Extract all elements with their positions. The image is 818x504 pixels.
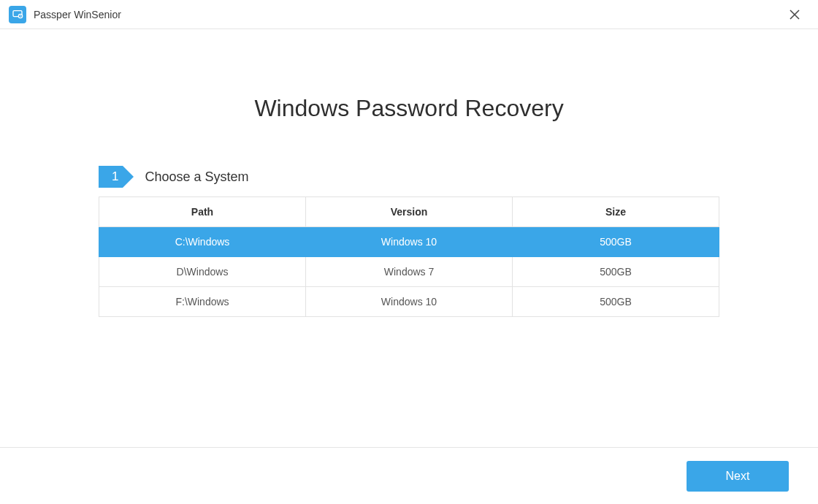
close-button[interactable] (780, 0, 809, 29)
step-label: Choose a System (145, 169, 248, 185)
app-window: Passper WinSenior Windows Password Recov… (0, 0, 818, 504)
cell-version: Windows 10 (306, 227, 513, 257)
titlebar: Passper WinSenior (0, 0, 818, 29)
cell-version: Windows 10 (306, 287, 513, 317)
table-row[interactable]: C:\Windows Windows 10 500GB (99, 227, 719, 257)
app-icon (9, 6, 26, 23)
cell-size: 500GB (513, 287, 719, 317)
cell-path: D\Windows (99, 257, 306, 287)
close-icon (790, 9, 800, 20)
cell-size: 500GB (513, 257, 719, 287)
step-number-badge: 1 (99, 166, 123, 188)
col-header-version: Version (306, 197, 513, 227)
table-header-row: Path Version Size (99, 197, 719, 227)
table-row[interactable]: D\Windows Windows 7 500GB (99, 257, 719, 287)
cell-version: Windows 7 (306, 257, 513, 287)
cell-path: C:\Windows (99, 227, 306, 257)
step-indicator: 1 Choose a System (99, 166, 719, 188)
system-table: Path Version Size C:\Windows Windows 10 … (99, 196, 719, 317)
table-row[interactable]: F:\Windows Windows 10 500GB (99, 287, 719, 317)
next-button[interactable]: Next (687, 461, 789, 492)
cell-size: 500GB (513, 227, 719, 257)
cell-path: F:\Windows (99, 287, 306, 317)
footer-bar: Next (0, 447, 818, 504)
page-title: Windows Password Recovery (29, 95, 789, 122)
col-header-size: Size (513, 197, 719, 227)
main-content: Windows Password Recovery 1 Choose a Sys… (0, 29, 818, 447)
app-title: Passper WinSenior (34, 9, 121, 20)
col-header-path: Path (99, 197, 306, 227)
